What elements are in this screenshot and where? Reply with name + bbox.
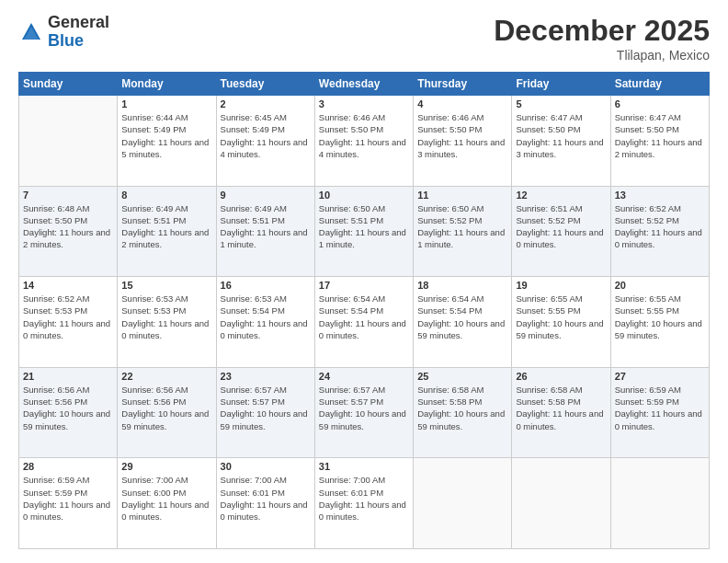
day-number: 24 (319, 371, 409, 382)
day-number: 3 (319, 98, 409, 109)
day-number: 31 (319, 461, 409, 472)
day-info: Sunrise: 7:00 AM Sunset: 6:01 PM Dayligh… (319, 474, 409, 523)
day-info: Sunrise: 6:56 AM Sunset: 5:56 PM Dayligh… (121, 384, 211, 432)
day-info: Sunrise: 6:45 AM Sunset: 5:49 PM Dayligh… (221, 111, 311, 160)
day-info: Sunrise: 6:44 AM Sunset: 5:49 PM Dayligh… (121, 111, 211, 160)
calendar-table: Sunday Monday Tuesday Wednesday Thursday… (18, 72, 710, 549)
table-row: 31Sunrise: 7:00 AM Sunset: 6:01 PM Dayli… (314, 458, 413, 549)
table-row: 11Sunrise: 6:50 AM Sunset: 5:52 PM Dayli… (414, 186, 512, 277)
day-number: 23 (221, 371, 311, 382)
day-info: Sunrise: 6:57 AM Sunset: 5:57 PM Dayligh… (221, 384, 311, 432)
day-number: 8 (121, 190, 211, 201)
table-row: 29Sunrise: 7:00 AM Sunset: 6:00 PM Dayli… (118, 458, 216, 549)
table-row: 26Sunrise: 6:58 AM Sunset: 5:58 PM Dayli… (512, 367, 610, 458)
day-number: 14 (23, 280, 113, 291)
col-thursday: Thursday (414, 73, 512, 96)
day-info: Sunrise: 6:55 AM Sunset: 5:55 PM Dayligh… (516, 293, 606, 341)
day-number: 25 (417, 371, 507, 382)
table-row: 15Sunrise: 6:53 AM Sunset: 5:53 PM Dayli… (118, 277, 216, 368)
table-row: 19Sunrise: 6:55 AM Sunset: 5:55 PM Dayli… (512, 277, 610, 368)
day-info: Sunrise: 7:00 AM Sunset: 6:00 PM Dayligh… (121, 474, 211, 523)
day-info: Sunrise: 6:46 AM Sunset: 5:50 PM Dayligh… (319, 111, 409, 160)
day-number: 19 (516, 280, 606, 291)
day-number: 7 (23, 190, 113, 201)
day-number: 4 (417, 98, 507, 109)
table-row: 27Sunrise: 6:59 AM Sunset: 5:59 PM Dayli… (610, 367, 709, 458)
calendar-week-row: 7Sunrise: 6:48 AM Sunset: 5:50 PM Daylig… (19, 186, 710, 277)
day-number: 21 (23, 371, 113, 382)
table-row: 28Sunrise: 6:59 AM Sunset: 5:59 PM Dayli… (19, 458, 118, 549)
day-info: Sunrise: 6:50 AM Sunset: 5:51 PM Dayligh… (319, 202, 409, 251)
day-info: Sunrise: 6:49 AM Sunset: 5:51 PM Dayligh… (221, 202, 311, 251)
day-number: 30 (221, 461, 311, 472)
table-row: 4Sunrise: 6:46 AM Sunset: 5:50 PM Daylig… (414, 96, 512, 187)
day-number: 20 (615, 280, 705, 291)
day-info: Sunrise: 6:56 AM Sunset: 5:56 PM Dayligh… (23, 384, 113, 432)
table-row: 17Sunrise: 6:54 AM Sunset: 5:54 PM Dayli… (314, 277, 413, 368)
day-info: Sunrise: 6:47 AM Sunset: 5:50 PM Dayligh… (516, 111, 606, 160)
day-info: Sunrise: 6:50 AM Sunset: 5:52 PM Dayligh… (417, 202, 507, 251)
table-row (414, 458, 512, 549)
day-info: Sunrise: 6:52 AM Sunset: 5:52 PM Dayligh… (615, 202, 705, 251)
day-info: Sunrise: 6:53 AM Sunset: 5:53 PM Dayligh… (121, 293, 211, 341)
table-row: 5Sunrise: 6:47 AM Sunset: 5:50 PM Daylig… (512, 96, 610, 187)
table-row: 30Sunrise: 7:00 AM Sunset: 6:01 PM Dayli… (216, 458, 314, 549)
day-number: 6 (615, 98, 705, 109)
day-info: Sunrise: 6:59 AM Sunset: 5:59 PM Dayligh… (23, 474, 113, 523)
logo: General Blue (18, 14, 109, 51)
table-row: 7Sunrise: 6:48 AM Sunset: 5:50 PM Daylig… (19, 186, 118, 277)
day-number: 17 (319, 280, 409, 291)
page: General Blue December 2025 Tlilapan, Mex… (0, 0, 728, 563)
day-number: 10 (319, 190, 409, 201)
header: General Blue December 2025 Tlilapan, Mex… (18, 14, 710, 63)
logo-icon (18, 19, 44, 45)
day-info: Sunrise: 6:51 AM Sunset: 5:52 PM Dayligh… (516, 202, 606, 251)
day-number: 12 (516, 190, 606, 201)
location: Tlilapan, Mexico (494, 48, 710, 63)
day-info: Sunrise: 6:52 AM Sunset: 5:53 PM Dayligh… (23, 293, 113, 341)
table-row (19, 96, 118, 187)
calendar-week-row: 21Sunrise: 6:56 AM Sunset: 5:56 PM Dayli… (19, 367, 710, 458)
day-info: Sunrise: 6:48 AM Sunset: 5:50 PM Dayligh… (23, 202, 113, 251)
calendar-week-row: 14Sunrise: 6:52 AM Sunset: 5:53 PM Dayli… (19, 277, 710, 368)
day-info: Sunrise: 6:54 AM Sunset: 5:54 PM Dayligh… (417, 293, 507, 341)
day-number: 9 (221, 190, 311, 201)
day-number: 1 (121, 98, 211, 109)
day-number: 18 (417, 280, 507, 291)
day-info: Sunrise: 6:58 AM Sunset: 5:58 PM Dayligh… (516, 384, 606, 432)
calendar-header-row: Sunday Monday Tuesday Wednesday Thursday… (19, 73, 710, 96)
col-friday: Friday (512, 73, 610, 96)
col-sunday: Sunday (19, 73, 118, 96)
day-info: Sunrise: 6:47 AM Sunset: 5:50 PM Dayligh… (615, 111, 705, 160)
table-row (610, 458, 709, 549)
table-row: 9Sunrise: 6:49 AM Sunset: 5:51 PM Daylig… (216, 186, 314, 277)
col-monday: Monday (118, 73, 216, 96)
day-number: 16 (221, 280, 311, 291)
day-number: 11 (417, 190, 507, 201)
table-row: 22Sunrise: 6:56 AM Sunset: 5:56 PM Dayli… (118, 367, 216, 458)
table-row: 1Sunrise: 6:44 AM Sunset: 5:49 PM Daylig… (118, 96, 216, 187)
day-number: 15 (121, 280, 211, 291)
calendar-week-row: 1Sunrise: 6:44 AM Sunset: 5:49 PM Daylig… (19, 96, 710, 187)
day-info: Sunrise: 6:55 AM Sunset: 5:55 PM Dayligh… (615, 293, 705, 341)
month-title: December 2025 (494, 14, 710, 48)
day-number: 13 (615, 190, 705, 201)
calendar-week-row: 28Sunrise: 6:59 AM Sunset: 5:59 PM Dayli… (19, 458, 710, 549)
table-row: 6Sunrise: 6:47 AM Sunset: 5:50 PM Daylig… (610, 96, 709, 187)
day-info: Sunrise: 6:54 AM Sunset: 5:54 PM Dayligh… (319, 293, 409, 341)
day-info: Sunrise: 6:59 AM Sunset: 5:59 PM Dayligh… (615, 384, 705, 432)
title-section: December 2025 Tlilapan, Mexico (494, 14, 710, 63)
table-row: 12Sunrise: 6:51 AM Sunset: 5:52 PM Dayli… (512, 186, 610, 277)
col-saturday: Saturday (610, 73, 709, 96)
day-number: 29 (121, 461, 211, 472)
logo-text: General Blue (48, 14, 109, 51)
day-info: Sunrise: 6:46 AM Sunset: 5:50 PM Dayligh… (417, 111, 507, 160)
day-number: 26 (516, 371, 606, 382)
table-row: 2Sunrise: 6:45 AM Sunset: 5:49 PM Daylig… (216, 96, 314, 187)
table-row: 23Sunrise: 6:57 AM Sunset: 5:57 PM Dayli… (216, 367, 314, 458)
table-row: 21Sunrise: 6:56 AM Sunset: 5:56 PM Dayli… (19, 367, 118, 458)
table-row: 14Sunrise: 6:52 AM Sunset: 5:53 PM Dayli… (19, 277, 118, 368)
day-info: Sunrise: 6:58 AM Sunset: 5:58 PM Dayligh… (417, 384, 507, 432)
table-row (512, 458, 610, 549)
day-info: Sunrise: 6:53 AM Sunset: 5:54 PM Dayligh… (221, 293, 311, 341)
